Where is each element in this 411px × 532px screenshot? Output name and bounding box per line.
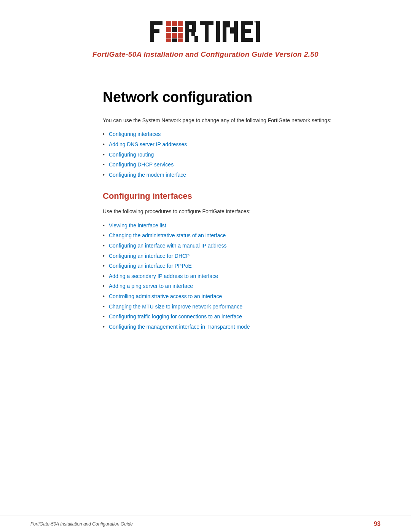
svg-rect-18 xyxy=(185,29,196,32)
link-configuring-modem[interactable]: Configuring the modem interface xyxy=(109,172,186,178)
svg-rect-9 xyxy=(166,33,171,38)
svg-rect-25 xyxy=(226,21,230,27)
page-header: ™ FortiGate-50A Installation and Configu… xyxy=(0,0,411,66)
link-changing-mtu[interactable]: Changing the MTU size to improve network… xyxy=(109,304,242,310)
page-title: Network configuration xyxy=(103,89,381,105)
svg-rect-12 xyxy=(166,38,171,42)
section-intro: Use the following procedures to configur… xyxy=(103,207,381,216)
svg-rect-17 xyxy=(192,25,196,29)
footer-text: FortiGate-50A Installation and Configura… xyxy=(30,521,133,527)
svg-rect-22 xyxy=(205,25,209,42)
svg-rect-33 xyxy=(256,21,260,42)
list-item: Configuring DHCP services xyxy=(103,160,381,170)
top-links-list: Configuring interfaces Adding DNS server… xyxy=(103,129,381,180)
logo-svg: ™ xyxy=(150,18,261,46)
svg-rect-2 xyxy=(150,29,159,33)
link-changing-admin-status[interactable]: Changing the administrative status of an… xyxy=(109,232,226,238)
svg-rect-32 xyxy=(241,38,253,42)
svg-rect-10 xyxy=(172,33,177,38)
list-item: Configuring traffic logging for connecti… xyxy=(103,312,381,322)
svg-rect-28 xyxy=(234,21,238,42)
svg-rect-16 xyxy=(185,21,196,25)
svg-rect-30 xyxy=(241,21,253,25)
svg-rect-1 xyxy=(150,21,162,25)
list-item: Configuring an interface for PPPoE xyxy=(103,261,381,271)
svg-rect-24 xyxy=(223,21,226,42)
svg-rect-26 xyxy=(230,27,234,34)
link-configuring-management-interface[interactable]: Configuring the management interface in … xyxy=(109,324,250,330)
svg-rect-3 xyxy=(166,21,171,26)
intro-paragraph: You can use the System Network page to c… xyxy=(103,116,381,125)
list-item: Configuring interfaces xyxy=(103,129,381,139)
svg-rect-21 xyxy=(200,21,213,25)
section-heading-configuring-interfaces: Configuring interfaces xyxy=(103,191,381,201)
page: ™ FortiGate-50A Installation and Configu… xyxy=(0,0,411,532)
link-adding-ping-server[interactable]: Adding a ping server to an interface xyxy=(109,283,193,289)
link-configuring-traffic-logging[interactable]: Configuring traffic logging for connecti… xyxy=(109,313,242,320)
link-configuring-dhcp[interactable]: Configuring DHCP services xyxy=(109,161,174,168)
link-configuring-manual-ip[interactable]: Configuring an interface with a manual I… xyxy=(109,243,226,249)
svg-text:™: ™ xyxy=(254,21,257,24)
page-number: 93 xyxy=(374,521,381,527)
svg-rect-11 xyxy=(178,33,183,38)
svg-rect-5 xyxy=(178,21,183,26)
list-item: Adding DNS server IP addresses xyxy=(103,139,381,150)
svg-rect-20 xyxy=(194,36,198,42)
list-item: Configuring an interface for DHCP xyxy=(103,251,381,261)
list-item: Configuring the modem interface xyxy=(103,170,381,180)
link-configuring-interfaces[interactable]: Configuring interfaces xyxy=(109,131,161,137)
svg-rect-7 xyxy=(172,27,177,32)
list-item: Viewing the interface list xyxy=(103,220,381,231)
svg-rect-14 xyxy=(178,38,183,42)
list-item: Configuring the management interface in … xyxy=(103,322,381,332)
link-viewing-interface-list[interactable]: Viewing the interface list xyxy=(109,222,166,228)
svg-rect-23 xyxy=(216,21,220,42)
list-item: Changing the MTU size to improve network… xyxy=(103,302,381,312)
main-content: Network configuration You can use the Sy… xyxy=(0,66,411,532)
link-adding-secondary-ip[interactable]: Adding a secondary IP address to an inte… xyxy=(109,273,218,279)
link-configuring-routing[interactable]: Configuring routing xyxy=(109,152,154,158)
page-footer: FortiGate-50A Installation and Configura… xyxy=(0,516,411,532)
svg-rect-31 xyxy=(241,29,251,33)
list-item: Adding a ping server to an interface xyxy=(103,281,381,291)
svg-rect-19 xyxy=(191,32,195,36)
svg-rect-8 xyxy=(178,27,183,32)
list-item: Controlling administrative access to an … xyxy=(103,291,381,302)
list-item: Configuring routing xyxy=(103,150,381,160)
header-subtitle: FortiGate-50A Installation and Configura… xyxy=(92,50,319,59)
svg-rect-6 xyxy=(166,27,171,32)
link-adding-dns[interactable]: Adding DNS server IP addresses xyxy=(109,141,187,147)
svg-rect-13 xyxy=(172,38,177,42)
link-configuring-pppoe[interactable]: Configuring an interface for PPPoE xyxy=(109,263,192,269)
content-body: Network configuration You can use the Sy… xyxy=(30,89,381,332)
list-item: Changing the administrative status of an… xyxy=(103,230,381,241)
svg-rect-4 xyxy=(172,21,177,26)
list-item: Configuring an interface with a manual I… xyxy=(103,241,381,251)
list-item: Adding a secondary IP address to an inte… xyxy=(103,271,381,281)
fortinet-logo: ™ xyxy=(150,18,261,46)
interfaces-links-list: Viewing the interface list Changing the … xyxy=(103,220,381,332)
link-configuring-dhcp-interface[interactable]: Configuring an interface for DHCP xyxy=(109,253,190,259)
link-controlling-admin-access[interactable]: Controlling administrative access to an … xyxy=(109,293,222,299)
